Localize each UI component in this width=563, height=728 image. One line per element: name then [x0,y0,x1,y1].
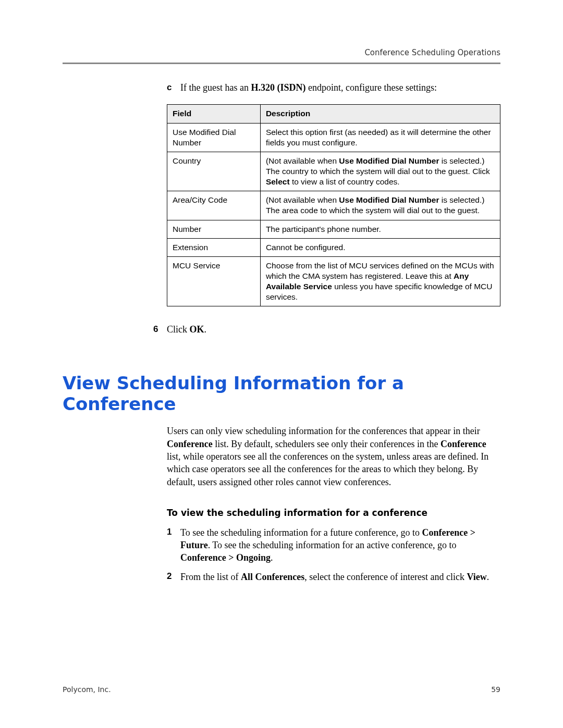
step-c-pre: If the guest has an [180,82,251,93]
step-6-bold: OK [190,324,204,335]
step-c-marker: c [167,82,180,93]
th-field: Field [167,105,261,123]
list-item: 2From the list of All Conferences, selec… [167,571,500,583]
table-row: Area/City Code(Not available when Use Mo… [167,191,500,220]
cell-field: Number [167,220,261,238]
cell-field: Area/City Code [167,191,261,220]
step-number: 2 [167,571,180,583]
cell-field: Extension [167,238,261,256]
cell-field: Use Modified Dial Number [167,123,261,152]
section-title: View Scheduling Information for a Confer… [63,373,500,414]
table-row: ExtensionCannot be configured. [167,238,500,256]
step-6-post: . [204,324,207,335]
intro-paragraph: Users can only view scheduling informati… [167,425,500,488]
step-number: 1 [167,526,180,538]
table-row: MCU ServiceChoose from the list of MCU s… [167,256,500,306]
step-c-bold: H.320 (ISDN) [251,82,305,93]
settings-table: Field Description Use Modified Dial Numb… [167,104,500,306]
step-text: From the list of All Conferences, select… [180,571,500,583]
running-head: Conference Scheduling Operations [63,48,500,57]
table-row: NumberThe participant's phone number. [167,220,500,238]
footer-page-number: 59 [491,685,500,694]
cell-field: Country [167,152,261,191]
cell-desc: Choose from the list of MCU services def… [260,256,500,306]
table-body: Use Modified Dial NumberSelect this opti… [167,123,500,306]
step-c-post: endpoint, configure these settings: [305,82,436,93]
footer-company: Polycom, Inc. [63,685,111,694]
step-6-text: Click OK. [167,324,206,335]
table-row: Country(Not available when Use Modified … [167,152,500,191]
page: Conference Scheduling Operations c If th… [0,0,563,728]
cell-desc: The participant's phone number. [260,220,500,238]
table-head-row: Field Description [167,105,500,123]
step-6: 6 Click OK. [153,324,500,335]
cell-field: MCU Service [167,256,261,306]
procedure-subhead: To view the scheduling information for a… [167,507,500,519]
step-6-pre: Click [167,324,190,335]
header-rule [63,63,500,64]
step-c-text: If the guest has an H.320 (ISDN) endpoin… [180,82,437,94]
upper-content: c If the guest has an H.320 (ISDN) endpo… [167,82,500,335]
section-body: Users can only view scheduling informati… [167,425,500,583]
procedure-list: 1To see the scheduling information for a… [167,526,500,583]
step-c: c If the guest has an H.320 (ISDN) endpo… [167,82,500,94]
step-6-marker: 6 [153,324,167,335]
cell-desc: Select this option first (as needed) as … [260,123,500,152]
list-item: 1To see the scheduling information for a… [167,526,500,564]
cell-desc: (Not available when Use Modified Dial Nu… [260,152,500,191]
table-row: Use Modified Dial NumberSelect this opti… [167,123,500,152]
cell-desc: Cannot be configured. [260,238,500,256]
cell-desc: (Not available when Use Modified Dial Nu… [260,191,500,220]
page-footer: Polycom, Inc. 59 [63,685,500,694]
th-desc: Description [260,105,500,123]
step-text: To see the scheduling information for a … [180,526,500,564]
